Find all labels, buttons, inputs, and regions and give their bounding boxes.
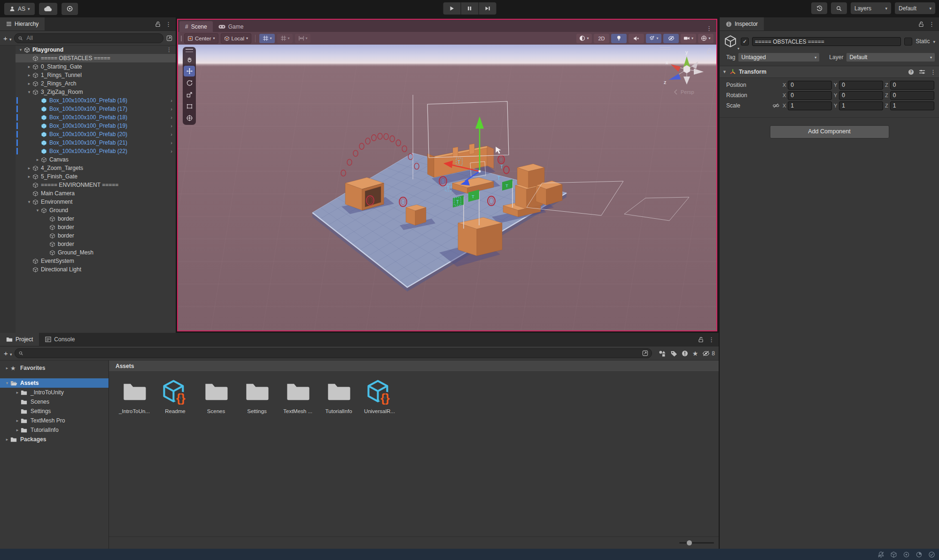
slider-knob[interactable]	[687, 540, 692, 545]
expand-arrow-icon[interactable]: ▸	[26, 73, 32, 77]
pause-button[interactable]	[461, 2, 478, 15]
lighting-toggle-button[interactable]	[611, 34, 627, 43]
prefab-open-arrow[interactable]: ›	[171, 123, 172, 129]
tab-project[interactable]: Project	[0, 333, 39, 346]
tool-space-dropdown[interactable]: Local ▾	[221, 33, 252, 44]
asset-item[interactable]: _IntroToUn...	[116, 378, 152, 414]
version-control-button[interactable]	[62, 3, 78, 15]
scene-viewport[interactable]: T T T T T T T	[178, 45, 716, 330]
move-tool-button[interactable]	[184, 66, 195, 77]
prefab-open-arrow[interactable]: ›	[171, 148, 172, 154]
tag-dropdown[interactable]: Untagged▾	[738, 53, 820, 62]
effects-dropdown[interactable]: ▾	[646, 34, 661, 43]
transform-component-header[interactable]: ▼ Transform ? ⋮	[720, 66, 939, 78]
hierarchy-item[interactable]: ▸2_Rings_Arch	[16, 79, 176, 88]
hierarchy-item[interactable]: ▸4_Zoom_Targets	[16, 164, 176, 172]
audio-toggle-button[interactable]	[629, 34, 644, 43]
asset-item[interactable]: {}Readme	[157, 378, 193, 414]
position-x-field[interactable]	[788, 81, 832, 90]
asset-item[interactable]: {}UniversalR...	[362, 378, 397, 414]
rotation-y-field[interactable]	[839, 91, 883, 100]
layer-dropdown[interactable]: Default▾	[846, 53, 935, 62]
add-component-button[interactable]: Add Component	[770, 125, 889, 138]
project-tree-item[interactable]: ▸Packages	[0, 435, 109, 444]
tab-scene[interactable]: # Scene	[179, 21, 213, 32]
cloud-button[interactable]	[39, 3, 57, 15]
position-y-field[interactable]	[839, 81, 883, 90]
foldout-arrow[interactable]: ▼	[722, 69, 727, 74]
alert-icon[interactable]	[682, 350, 688, 357]
tab-game[interactable]: Game	[213, 21, 249, 32]
filter-by-type-icon[interactable]	[659, 350, 666, 357]
background-tasks-icon[interactable]	[916, 551, 923, 558]
static-checkbox[interactable]	[904, 38, 912, 46]
expand-arrow-icon[interactable]: ▾	[17, 47, 24, 52]
hierarchy-item[interactable]: ▸Canvas	[16, 155, 176, 164]
gizmos-dropdown[interactable]: ▾	[698, 34, 714, 43]
presets-icon[interactable]	[919, 69, 925, 75]
camera-settings-dropdown[interactable]: ▾	[681, 34, 696, 43]
scale-tool-button[interactable]	[184, 89, 195, 100]
hierarchy-item[interactable]: ▾Ground	[16, 206, 176, 215]
hierarchy-item[interactable]: ▸1_Rings_Tunnel	[16, 71, 176, 79]
hierarchy-item[interactable]: ▾Environment	[16, 198, 176, 206]
project-tree-item[interactable]: ▸★Favorites	[0, 363, 109, 373]
lock-icon[interactable]	[698, 337, 704, 343]
panel-menu-icon[interactable]: ⋮	[929, 21, 935, 28]
gameobject-icon[interactable]: ▾	[723, 34, 737, 50]
expand-arrow-icon[interactable]: ▸	[26, 64, 32, 69]
hierarchy-item[interactable]: EventSystem	[16, 257, 176, 265]
hierarchy-item[interactable]: Box_100x100x100_Prefab (22)›	[16, 147, 176, 155]
hierarchy-item[interactable]: Directional Light	[16, 265, 176, 274]
prefab-open-arrow[interactable]: ›	[171, 115, 172, 120]
hierarchy-item[interactable]: border	[16, 223, 176, 231]
rotate-tool-button[interactable]	[184, 77, 195, 88]
search-button[interactable]	[831, 2, 847, 14]
project-tree-item[interactable]: ▸_IntroToUnity	[0, 388, 109, 397]
perspective-label[interactable]: Persp	[681, 89, 694, 95]
tab-hierarchy[interactable]: Hierarchy	[0, 17, 45, 31]
lock-icon[interactable]	[918, 21, 924, 27]
active-checkbox[interactable]: ✓	[741, 38, 749, 46]
project-tree-item[interactable]: ▸TextMesh Pro	[0, 416, 109, 425]
asset-item[interactable]: Scenes	[198, 378, 234, 414]
hierarchy-item[interactable]: Box_100x100x100_Prefab (17)›	[16, 105, 176, 113]
hierarchy-item[interactable]: Box_100x100x100_Prefab (18)›	[16, 113, 176, 122]
hierarchy-item[interactable]: border	[16, 240, 176, 248]
hidden-packages-toggle[interactable]: 8	[702, 350, 715, 357]
hierarchy-item[interactable]: ===== OBSTACLES =====	[16, 54, 176, 62]
expand-arrow-icon[interactable]: ▸	[14, 390, 21, 395]
hierarchy-item[interactable]: Main Camera	[16, 189, 176, 198]
hierarchy-item[interactable]: ▾Playground⋮	[16, 46, 176, 54]
project-search[interactable]	[15, 348, 652, 358]
position-z-field[interactable]	[890, 81, 934, 90]
asset-item[interactable]: TextMesh ...	[280, 378, 316, 414]
hierarchy-item[interactable]: Box_100x100x100_Prefab (20)›	[16, 130, 176, 138]
undo-history-button[interactable]	[811, 2, 827, 14]
expand-arrow-icon[interactable]: ▸	[14, 418, 21, 423]
hidden-objects-toggle[interactable]	[663, 34, 679, 43]
scale-y-field[interactable]	[839, 101, 883, 110]
expand-arrow-icon[interactable]: ▸	[26, 81, 32, 86]
scale-x-field[interactable]	[788, 101, 832, 110]
expand-arrow-icon[interactable]: ▸	[14, 428, 21, 432]
account-button[interactable]: AS ▾	[4, 3, 35, 15]
expand-arrow-icon[interactable]: ▾	[34, 208, 41, 213]
view-tool-button[interactable]	[184, 54, 195, 65]
console-status-icon[interactable]	[928, 551, 935, 558]
project-search-input[interactable]	[26, 350, 639, 357]
gameobject-name-field[interactable]	[752, 37, 901, 46]
prefab-open-arrow[interactable]: ›	[171, 106, 172, 112]
hierarchy-item[interactable]: Box_100x100x100_Prefab (21)›	[16, 138, 176, 147]
constrain-proportions-icon[interactable]	[771, 103, 781, 108]
toolbar-drag-handle[interactable]	[181, 36, 182, 41]
scale-z-field[interactable]	[890, 101, 934, 110]
filter-by-label-icon[interactable]	[670, 350, 677, 357]
tab-inspector[interactable]: Inspector	[720, 17, 764, 31]
hierarchy-item[interactable]: Box_100x100x100_Prefab (16)›	[16, 96, 176, 105]
panel-menu-icon[interactable]: ⋮	[165, 21, 171, 28]
overlay-drag-handle[interactable]	[186, 49, 193, 52]
grid-snapping-button[interactable]: ▾	[277, 34, 293, 43]
thumbnail-zoom-slider[interactable]	[679, 542, 714, 544]
rotation-x-field[interactable]	[788, 91, 832, 100]
